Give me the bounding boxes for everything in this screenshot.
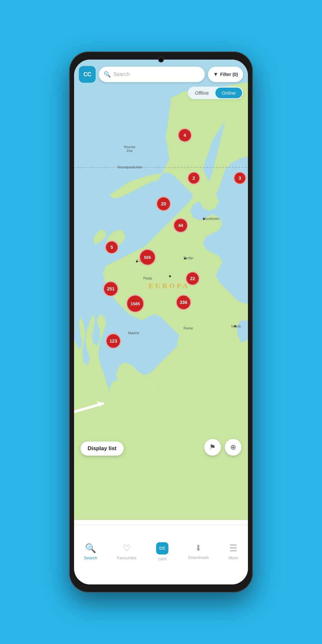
cluster-251[interactable]: 251 [103,281,118,297]
cluster-20[interactable]: 20 [156,196,171,211]
favourites-nav-label: Favourites [117,555,137,560]
cluster-123[interactable]: 123 [106,333,121,349]
search-nav-label: Search [84,555,97,560]
filter-label: Filter (0) [220,72,238,77]
svg-point-6 [184,258,186,260]
card-logo: CC [156,542,168,554]
cluster-555[interactable]: 555 [139,249,156,266]
offline-button[interactable]: Offline [189,88,215,98]
filter-button[interactable]: ▼ Filter (0) [208,67,243,82]
card-logo-text: CC [159,546,166,551]
nav-item-card[interactable]: CC card [152,540,172,564]
search-container[interactable]: 🔍 Search [99,67,205,82]
map-action-buttons: ⚑ ⊕ [204,439,242,456]
search-icon: 🔍 [104,71,111,78]
more-nav-icon: ☰ [229,543,237,554]
cluster-4[interactable]: 4 [178,128,192,142]
search-nav-icon: 🔍 [85,543,96,554]
mode-toggle: Offline Online [188,87,243,99]
cluster-5[interactable]: 5 [105,241,118,254]
downloads-nav-label: Downloads [188,555,209,560]
phone-screen: EUROPA NoorseZee Noordpoolcirkel Stockho… [74,60,248,584]
phone-frame: EUROPA NoorseZee Noordpoolcirkel Stockho… [69,52,253,592]
search-input[interactable]: Search [113,71,200,77]
map-area[interactable]: EUROPA NoorseZee Noordpoolcirkel Stockho… [74,60,248,520]
app-logo-text: CC [83,71,91,78]
location-button[interactable]: ⊕ [225,439,242,456]
cluster-3[interactable]: 3 [233,172,246,185]
nav-item-search[interactable]: 🔍 Search [80,540,101,563]
cluster-1585[interactable]: 1585 [126,295,144,313]
more-nav-label: More [229,555,238,560]
pointer-arrow [74,398,121,420]
cluster-22[interactable]: 22 [185,271,200,286]
nav-item-favourites[interactable]: ♡ Favourites [113,540,140,563]
display-list-button[interactable]: Display list [80,441,124,456]
online-button[interactable]: Online [215,88,242,98]
flag-button[interactable]: ⚑ [204,439,221,456]
svg-point-4 [136,260,138,262]
svg-text:EUROPA: EUROPA [148,282,189,290]
card-nav-label: card [158,556,166,561]
svg-point-7 [234,325,236,327]
search-bar-overlay: CC 🔍 Search ▼ Filter (0) [79,66,243,83]
bottom-nav: 🔍 Search ♡ Favourites CC card ⬇ Download… [74,525,248,584]
svg-point-5 [169,275,171,277]
cluster-44[interactable]: 44 [173,218,188,233]
downloads-nav-icon: ⬇ [195,543,202,553]
favourites-nav-icon: ♡ [123,543,131,554]
nav-item-downloads[interactable]: ⬇ Downloads [184,541,213,563]
app-logo: CC [79,66,96,83]
svg-point-3 [203,218,205,220]
cluster-336[interactable]: 336 [176,295,191,310]
filter-icon: ▼ [213,71,218,77]
nav-item-more[interactable]: ☰ More [225,540,242,563]
cluster-2[interactable]: 2 [187,172,200,185]
